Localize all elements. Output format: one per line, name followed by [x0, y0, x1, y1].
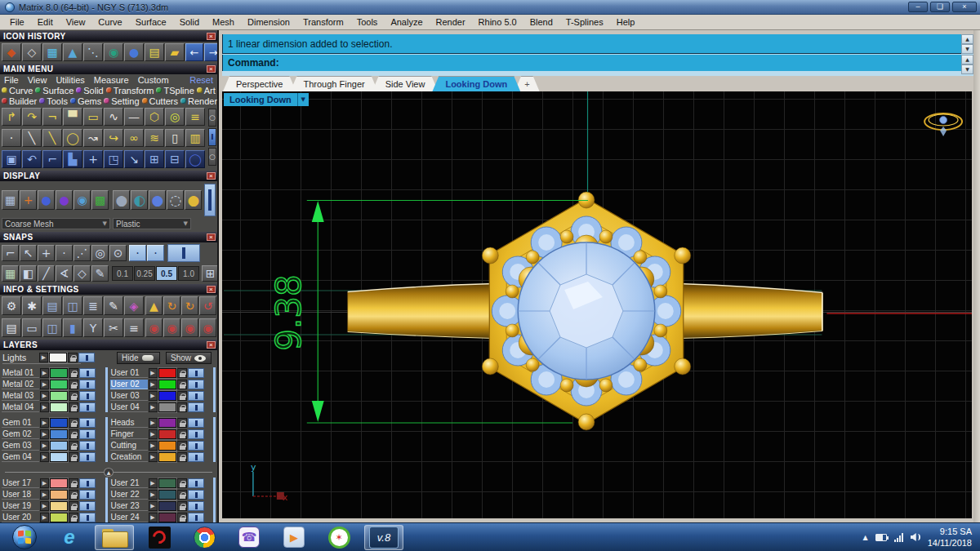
options-gears-icon[interactable]: ⚙	[2, 296, 21, 315]
snap-point-icon[interactable]: +	[38, 245, 55, 261]
layer-color-swatch[interactable]	[158, 478, 176, 488]
viewport-canvas[interactable]: Looking Down ▼	[222, 91, 972, 518]
record-icon[interactable]: ✎	[91, 265, 109, 282]
freeform-curve-icon[interactable]: ∿	[104, 108, 123, 126]
layer-visibility-toggle[interactable]	[188, 441, 204, 451]
layer-color-swatch[interactable]	[158, 380, 176, 389]
layer-row[interactable]: Heads	[110, 417, 213, 428]
layer-visibility-toggle[interactable]	[188, 429, 204, 439]
lock-icon[interactable]	[69, 402, 78, 412]
polyline-points-icon[interactable]: ◇	[22, 43, 42, 61]
layer-row[interactable]: User 21	[110, 478, 213, 488]
cubes-icon[interactable]: ▣	[2, 150, 21, 168]
category-item[interactable]: Tools	[39, 96, 68, 106]
lock-icon[interactable]	[69, 490, 78, 500]
checklist-icon[interactable]: ≡	[124, 318, 144, 337]
book-icon[interactable]: ▮	[63, 318, 82, 337]
loop-repeat-icon[interactable]: ↻	[181, 296, 198, 315]
move-icon[interactable]: +	[83, 150, 103, 168]
layer-color-swatch[interactable]	[158, 429, 176, 439]
display-toggle-button[interactable]	[204, 184, 216, 216]
layer-current-icon[interactable]	[149, 478, 158, 488]
blend-curve-icon[interactable]: ↷	[22, 108, 42, 126]
layer-color-swatch[interactable]	[158, 418, 176, 428]
layer-current-icon[interactable]	[40, 501, 49, 511]
layer-color-swatch[interactable]	[50, 452, 68, 462]
pave-grid-icon[interactable]: ▦	[42, 43, 62, 61]
layer-row[interactable]: Metal 02	[2, 379, 105, 389]
viewport-title-dropdown[interactable]: Looking Down ▼	[224, 93, 309, 106]
layer-color-swatch[interactable]	[50, 380, 68, 389]
orient-sphere-icon[interactable]: ●	[124, 43, 144, 61]
notes-icon[interactable]: ≣	[83, 296, 103, 315]
layer-row[interactable]: User 20	[2, 512, 105, 522]
layer-color-swatch[interactable]	[158, 402, 176, 412]
lock-icon[interactable]	[69, 513, 78, 522]
layer-color-swatch[interactable]	[50, 513, 68, 522]
snap-near-icon[interactable]: ↖	[20, 245, 37, 261]
category-item[interactable]: Gems	[70, 96, 101, 106]
fillet-curve-icon[interactable]: ↱	[2, 108, 21, 126]
layer-row[interactable]: User 03	[110, 390, 213, 401]
close-icon[interactable]	[207, 33, 216, 40]
toggle-top-button[interactable]: ○	[208, 109, 216, 127]
trim-scissors-icon[interactable]: ✂	[104, 318, 123, 337]
layer-current-icon[interactable]	[149, 513, 158, 522]
smarttrack-icon[interactable]: ◇	[74, 265, 91, 282]
layer-current-icon[interactable]	[149, 429, 158, 439]
render-mode-icon[interactable]: ●	[38, 190, 55, 210]
menu-item[interactable]: Solid	[173, 15, 206, 29]
category-item[interactable]: Setting	[104, 96, 139, 106]
lock-icon[interactable]	[177, 490, 187, 500]
menu-item[interactable]: File	[3, 15, 31, 29]
raytrace-mode-icon[interactable]: ●	[56, 190, 73, 210]
layer-color-swatch[interactable]	[158, 368, 176, 378]
tangent-line-icon[interactable]: ╲	[42, 129, 62, 147]
layer-visibility-toggle[interactable]	[79, 391, 96, 401]
speaker-icon[interactable]	[911, 532, 920, 542]
layer-color-swatch[interactable]	[50, 418, 68, 428]
layer-visibility-toggle[interactable]	[188, 478, 204, 488]
layer-row[interactable]: Cutting	[110, 440, 213, 451]
snap-tan-icon[interactable]: ·	[129, 245, 146, 261]
interlock-rings-icon[interactable]: ∞	[124, 129, 144, 147]
layer-row[interactable]: User 02	[110, 379, 213, 389]
layer-current-icon[interactable]	[40, 368, 49, 378]
garena-button[interactable]	[140, 525, 179, 550]
main-menu-item[interactable]: Custom	[138, 75, 169, 85]
spiral-icon[interactable]: ◎	[165, 108, 185, 126]
lock-icon[interactable]	[177, 380, 187, 389]
layer-visibility-toggle[interactable]	[79, 452, 96, 462]
grid-panel-icon[interactable]: ▤	[2, 318, 21, 337]
tab-through-finger[interactable]: Through Finger	[290, 76, 377, 91]
angle-snap-icon[interactable]: ∢	[56, 265, 73, 282]
control-points-icon[interactable]: ⋱	[83, 43, 103, 61]
mesh-quality-dropdown[interactable]: Coarse Mesh	[2, 218, 110, 229]
snap-cen-icon[interactable]: ⋰	[74, 245, 91, 261]
layer-current-icon[interactable]	[149, 391, 158, 401]
layer-visibility-toggle[interactable]	[79, 501, 96, 511]
layer-current-icon[interactable]	[39, 353, 48, 362]
layer-visibility-toggle[interactable]	[188, 513, 204, 522]
layer-current-icon[interactable]	[40, 490, 49, 500]
viber-button[interactable]: ☎	[229, 525, 269, 550]
category-item[interactable]: Art	[197, 86, 216, 96]
menu-item[interactable]: Render	[430, 15, 472, 29]
layer-row[interactable]: User 24	[110, 512, 213, 522]
close-icon[interactable]	[207, 233, 216, 241]
category-item[interactable]: Builder	[2, 96, 37, 106]
lock-icon[interactable]	[177, 402, 187, 412]
media-player-button[interactable]: ▶	[274, 525, 314, 550]
arc-icon[interactable]: ↝	[83, 129, 103, 147]
layer-color-swatch[interactable]	[50, 402, 68, 412]
layer-visibility-toggle[interactable]	[188, 391, 204, 401]
flatten-icon[interactable]: ▤	[42, 296, 62, 315]
layer-current-icon[interactable]	[149, 441, 158, 451]
sweep-arrow-icon[interactable]: ↘	[124, 150, 144, 168]
layer-visibility-toggle[interactable]	[188, 380, 204, 389]
layer-row[interactable]: Gem 04	[2, 451, 105, 462]
lock-icon[interactable]	[177, 391, 187, 401]
snap-increment-button[interactable]: 0.1	[112, 266, 133, 281]
layer-color-swatch[interactable]	[158, 513, 176, 522]
rotate-box-icon[interactable]: ◳	[104, 150, 123, 168]
